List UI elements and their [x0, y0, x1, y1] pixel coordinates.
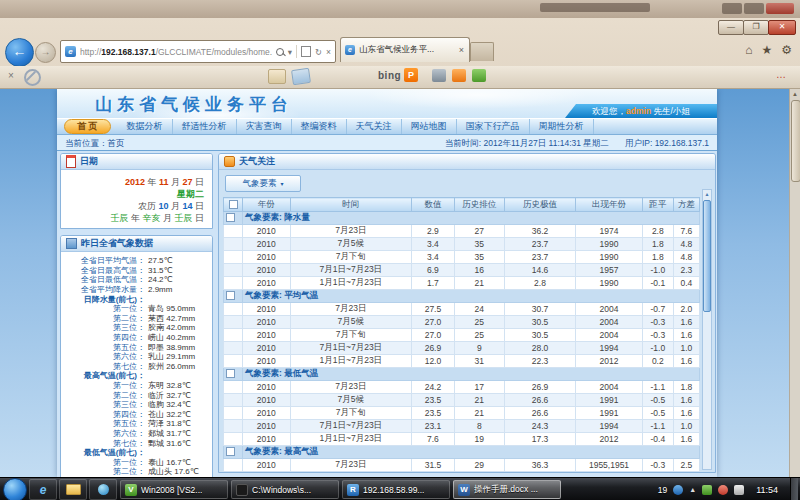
plugin-icon[interactable]: [472, 69, 486, 82]
quick-launch-media[interactable]: [89, 479, 117, 500]
table-row[interactable]: 20107月23日31.52936.31955,1951-0.32.5: [224, 459, 700, 472]
group-checkbox[interactable]: [226, 213, 235, 222]
address-bar[interactable]: e http://192.168.137.1/GLCCLIMATE/module…: [60, 40, 336, 63]
bing-search-widget[interactable]: bing P: [378, 68, 418, 82]
taskbar-button[interactable]: W 操作手册.docx ...: [453, 480, 561, 499]
group-row[interactable]: 气象要素: 最高气温: [224, 446, 700, 459]
close-button[interactable]: ✕: [768, 20, 796, 35]
date-panel-title: 日期: [80, 155, 98, 168]
table-row[interactable]: 20107月5候31.42535.31951-0.31.9: [224, 472, 700, 474]
address-dropdown-icon[interactable]: ▾: [288, 47, 292, 57]
tools-gear-icon[interactable]: ⚙: [781, 40, 792, 60]
maximize-button[interactable]: ❐: [743, 20, 769, 35]
table-cell: 6.9: [412, 264, 455, 277]
status-bar: 当前位置：首页 当前时间: 2012年11月27日 11:14:31 星期二 用…: [57, 135, 717, 151]
mail-icon[interactable]: [268, 69, 286, 84]
table-cell: -0.5: [642, 407, 673, 420]
group-checkbox[interactable]: [226, 369, 235, 378]
table-row[interactable]: 20107月23日2.92736.219742.87.6: [224, 225, 700, 238]
taskbar-button[interactable]: C:\Windows\s...: [231, 480, 339, 499]
scroll-up-icon[interactable]: ▲: [790, 89, 800, 99]
table-row[interactable]: 20107月下旬23.52126.61991-0.51.6: [224, 407, 700, 420]
bing-search-icon[interactable]: P: [404, 68, 418, 82]
nav-item[interactable]: 灾害查询▾: [237, 119, 292, 134]
table-row[interactable]: 20107月5候3.43523.719901.84.8: [224, 238, 700, 251]
quick-launch-explorer[interactable]: [59, 479, 87, 500]
nav-item[interactable]: 国家下行产品▾: [457, 119, 530, 134]
nav-item[interactable]: 首 页▾: [64, 119, 111, 134]
table-row[interactable]: 20107月23日27.52430.72004-0.72.0: [224, 303, 700, 316]
minimize-button[interactable]: —: [718, 20, 744, 35]
tray-app-icon[interactable]: [673, 485, 683, 495]
security-icon[interactable]: [702, 485, 712, 495]
table-cell: 1990: [576, 238, 643, 251]
browser-scrollbar[interactable]: ▲: [789, 89, 800, 477]
folder-icon: [66, 484, 81, 495]
table-row[interactable]: 20101月1日~7月23日1.7212.81990-0.10.4: [224, 277, 700, 290]
nav-item[interactable]: 周期性分析▾: [530, 119, 594, 134]
browser-tab[interactable]: e 山东省气候业务平... ×: [340, 37, 470, 62]
nav-item[interactable]: 数据分析▾: [118, 119, 173, 134]
table-row[interactable]: 20107月23日24.21726.92004-1.11.8: [224, 381, 700, 394]
table-scrollbar[interactable]: ▲: [702, 189, 712, 470]
table-cell: 7.6: [412, 433, 455, 446]
url-text[interactable]: http://192.168.137.1/GLCCLIMATE/modules/…: [80, 47, 272, 57]
table-row[interactable]: 20101月1日~7月23日12.03122.320120.21.6: [224, 355, 700, 368]
taskbar-button[interactable]: V Win2008 [VS2...: [120, 480, 228, 499]
show-desktop-button[interactable]: [790, 478, 798, 500]
toolbar-close-icon[interactable]: ×: [8, 70, 14, 81]
group-row[interactable]: 气象要素: 降水量: [224, 212, 700, 225]
element-dropdown-button[interactable]: 气象要素▾: [225, 175, 301, 192]
table-cell: -0.3: [642, 459, 673, 472]
messenger-icon[interactable]: [452, 69, 466, 82]
table-row[interactable]: 20107月5候23.52126.61991-0.51.6: [224, 394, 700, 407]
stop-icon[interactable]: ×: [326, 47, 331, 57]
forward-button[interactable]: →: [35, 42, 56, 63]
nav-item[interactable]: 天气关注▾: [347, 119, 402, 134]
table-cell: 35.3: [504, 472, 575, 474]
scrollbar-thumb[interactable]: [791, 100, 800, 182]
tray-chevron-icon[interactable]: ▲: [689, 486, 696, 493]
background-minimize-button[interactable]: [722, 3, 742, 14]
start-button[interactable]: [3, 478, 27, 500]
table-cell: 2010: [243, 316, 291, 329]
table-row[interactable]: 20107月1日~7月23日23.1824.31994-1.11.0: [224, 420, 700, 433]
nav-item[interactable]: 整编资料▾: [292, 119, 347, 134]
more-options-icon[interactable]: …: [776, 69, 788, 80]
group-checkbox[interactable]: [226, 447, 235, 456]
ie-icon: e: [40, 483, 47, 497]
table-row[interactable]: 20107月下旬3.43523.719901.84.8: [224, 251, 700, 264]
nav-item[interactable]: 舒适性分析▾: [173, 119, 237, 134]
clock[interactable]: 11:54: [750, 485, 784, 495]
back-button[interactable]: ←: [5, 38, 34, 67]
volume-icon[interactable]: [734, 485, 744, 495]
new-tab-button[interactable]: [470, 42, 494, 61]
card-icon[interactable]: [291, 68, 311, 85]
scrollbar-thumb[interactable]: [703, 200, 711, 312]
refresh-icon[interactable]: ↻: [315, 47, 322, 57]
compatibility-view-icon[interactable]: [301, 46, 311, 57]
quick-launch-ie[interactable]: e: [29, 479, 57, 500]
nav-item[interactable]: 网站地图▾: [402, 119, 457, 134]
table-row[interactable]: 20107月1日~7月23日6.91614.61957-1.02.3: [224, 264, 700, 277]
table-row[interactable]: 20107月下旬27.02530.52004-0.31.6: [224, 329, 700, 342]
table-cell: 21: [454, 277, 504, 290]
group-row[interactable]: 气象要素: 最低气温: [224, 368, 700, 381]
table-row[interactable]: 20101月1日~7月23日7.61917.32012-0.41.6: [224, 433, 700, 446]
group-row[interactable]: 气象要素: 平均气温: [224, 290, 700, 303]
table-row[interactable]: 20107月5候27.02530.52004-0.31.6: [224, 316, 700, 329]
search-icon[interactable]: [276, 48, 284, 56]
table-row[interactable]: 20107月1日~7月23日26.9928.01994-1.01.0: [224, 342, 700, 355]
background-close-button[interactable]: [766, 3, 794, 14]
scroll-up-icon[interactable]: ▲: [703, 190, 711, 199]
favorites-star-icon[interactable]: ★: [761, 40, 772, 60]
table-cell: 27: [454, 225, 504, 238]
tab-close-icon[interactable]: ×: [454, 45, 469, 55]
group-checkbox[interactable]: [226, 291, 235, 300]
home-icon[interactable]: ⌂: [745, 40, 752, 60]
camera-icon[interactable]: [432, 69, 446, 82]
select-all-checkbox[interactable]: [229, 200, 238, 209]
notification-icon[interactable]: [718, 485, 728, 495]
taskbar-button[interactable]: R 192.168.58.99...: [342, 480, 450, 499]
background-maximize-button[interactable]: [744, 3, 764, 14]
